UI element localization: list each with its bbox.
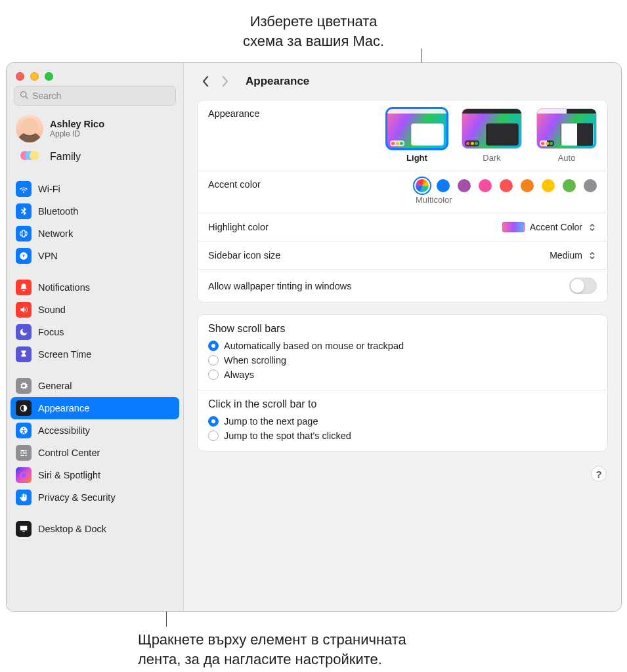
scrollbars-label: Show scroll bars (208, 323, 597, 335)
accent-swatch[interactable] (521, 179, 534, 192)
radio-button[interactable] (208, 341, 219, 351)
sidebar-item-general[interactable]: General (11, 375, 179, 397)
account-name: Ashley Rico (50, 119, 104, 129)
sidebar-item-appearance[interactable]: Appearance (11, 397, 179, 419)
bell-icon (16, 280, 32, 295)
search-field[interactable] (14, 86, 176, 106)
scrollbars-option[interactable]: Always (208, 368, 597, 382)
sidebar: Ashley Rico Apple ID Family Wi-FiBluetoo… (7, 63, 184, 611)
zoom-button[interactable] (45, 72, 53, 81)
close-button[interactable] (16, 72, 24, 81)
avatar (16, 115, 43, 142)
radio-button[interactable] (208, 369, 219, 380)
scrollbars-option[interactable]: When scrolling (208, 353, 597, 368)
appearance-option-label: Dark (462, 153, 522, 163)
search-input[interactable] (32, 91, 170, 101)
wallpaper-tinting-toggle[interactable] (569, 278, 597, 294)
sidebar-item-wi-fi[interactable]: Wi-Fi (11, 178, 179, 200)
page-title: Appearance (246, 75, 309, 88)
appearance-label: Appearance (208, 108, 259, 119)
desktop-icon (16, 521, 32, 537)
appearance-option-light[interactable]: Light (387, 108, 447, 163)
help-button[interactable]: ? (591, 466, 607, 482)
sidebar-item-label: Sound (38, 304, 66, 315)
window-controls (7, 68, 183, 86)
sidebar-item-family[interactable]: Family (11, 145, 179, 169)
sidebar-item-label: Privacy & Security (38, 492, 116, 503)
sidebar-item-privacy-security[interactable]: Privacy & Security (11, 486, 179, 509)
sidebar-item-label: Control Center (38, 448, 100, 458)
forward-button[interactable] (217, 72, 234, 91)
accent-swatch[interactable] (437, 179, 450, 192)
accent-swatch[interactable] (542, 179, 555, 192)
appearance-option-label: Auto (536, 153, 597, 163)
callout-top: Изберете цветната схема за вашия Mac. (0, 12, 627, 51)
scrollclick-option[interactable]: Jump to the next page (208, 414, 597, 429)
sidebar-size-label: Sidebar icon size (208, 250, 280, 261)
family-icon (16, 149, 43, 165)
accent-swatch[interactable] (563, 179, 576, 192)
content-area: Appearance Appearance LightDarkAuto Acce… (184, 63, 621, 611)
controlcenter-icon (16, 445, 32, 461)
scrollbars-option[interactable]: Automatically based on mouse or trackpad (208, 339, 597, 353)
bluetooth-icon (16, 203, 32, 219)
sidebar-item-label: Notifications (38, 282, 90, 293)
callout-bottom: Щракнете върху елемент в страничната лен… (138, 630, 406, 669)
sidebar-item-label: Accessibility (38, 425, 90, 436)
wifi-icon (16, 181, 32, 197)
back-button[interactable] (197, 72, 214, 91)
radio-label: Jump to the next page (224, 416, 318, 427)
sidebar-item-notifications[interactable]: Notifications (11, 276, 179, 299)
sidebar-item-focus[interactable]: Focus (11, 321, 179, 343)
chevron-up-down-icon (588, 249, 597, 261)
accent-swatch[interactable] (416, 179, 429, 192)
sidebar-item-accessibility[interactable]: Accessibility (11, 419, 179, 442)
radio-button[interactable] (208, 416, 219, 427)
accent-label: Accent color (208, 179, 261, 190)
accent-swatch[interactable] (479, 179, 492, 192)
minimize-button[interactable] (30, 72, 39, 81)
radio-label: Always (224, 369, 254, 380)
sidebar-icon-size-popup[interactable]: Medium (550, 249, 597, 261)
sidebar-item-label: Family (50, 151, 81, 163)
moon-icon (16, 324, 32, 340)
accent-swatch[interactable] (500, 179, 513, 192)
appearance-option-auto[interactable]: Auto (536, 108, 597, 163)
sidebar-item-desktop-dock[interactable]: Desktop & Dock (11, 518, 179, 540)
sidebar-item-label: Focus (38, 327, 64, 337)
appearance-thumb (462, 108, 522, 149)
accent-selected-name: Multicolor (416, 195, 452, 205)
sound-icon (16, 302, 32, 318)
sidebar-item-sound[interactable]: Sound (11, 299, 179, 321)
appearance-panel: Appearance LightDarkAuto Accent color Mu… (197, 100, 608, 303)
sidebar-item-control-center[interactable]: Control Center (11, 442, 179, 464)
sidebar-item-label: VPN (38, 251, 58, 261)
sidebar-item-network[interactable]: Network (11, 222, 179, 245)
sidebar-item-account[interactable]: Ashley Rico Apple ID (11, 112, 179, 145)
sidebar-item-label: Desktop & Dock (38, 524, 106, 534)
accent-swatch[interactable] (458, 179, 471, 192)
sidebar-item-label: Bluetooth (38, 206, 78, 217)
wallpaper-tinting-label: Allow wallpaper tinting in windows (208, 281, 351, 291)
hourglass-icon (16, 346, 32, 362)
svg-point-0 (20, 472, 28, 479)
accessibility-icon (16, 423, 32, 438)
appearance-option-dark[interactable]: Dark (462, 108, 522, 163)
sidebar-item-bluetooth[interactable]: Bluetooth (11, 200, 179, 222)
sidebar-item-screen-time[interactable]: Screen Time (11, 343, 179, 366)
settings-window: Ashley Rico Apple ID Family Wi-FiBluetoo… (6, 62, 622, 612)
radio-button[interactable] (208, 355, 219, 366)
appearance-thumb (387, 108, 447, 149)
sidebar-item-label: Screen Time (38, 349, 91, 360)
radio-label: Automatically based on mouse or trackpad (224, 341, 404, 351)
sidebar-item-siri-spotlight[interactable]: Siri & Spotlight (11, 464, 179, 486)
scroll-panel: Show scroll bars Automatically based on … (197, 314, 608, 452)
scrollclick-option[interactable]: Jump to the spot that's clicked (208, 429, 597, 443)
accent-swatch[interactable] (584, 179, 597, 192)
radio-label: Jump to the spot that's clicked (224, 430, 351, 441)
radio-button[interactable] (208, 430, 219, 441)
account-sub: Apple ID (50, 129, 104, 138)
highlight-color-popup[interactable]: Accent Color (502, 221, 597, 233)
sidebar-item-vpn[interactable]: VPN (11, 245, 179, 267)
scrollclick-label: Click in the scroll bar to (208, 398, 597, 410)
